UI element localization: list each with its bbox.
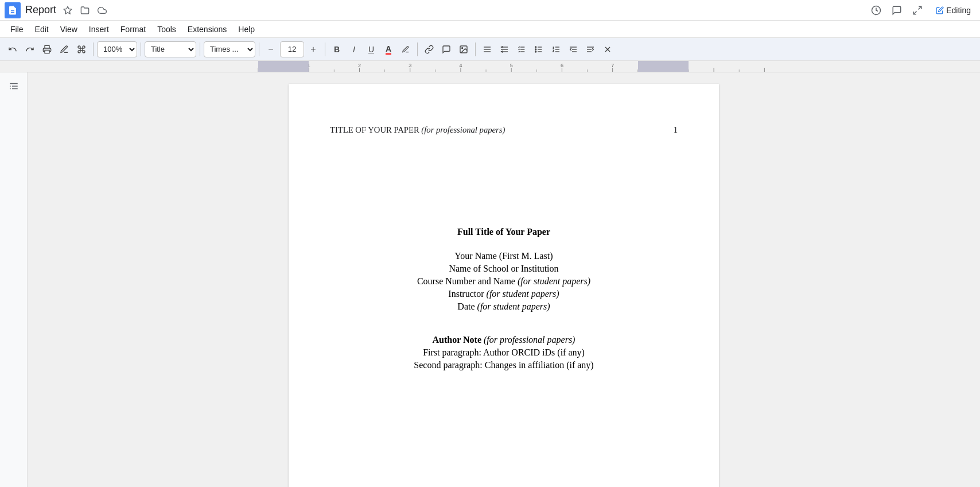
author-note-title: Author Note: [433, 335, 481, 345]
header-title-italic: (for professional papers): [421, 125, 505, 134]
menu-view[interactable]: View: [55, 22, 83, 36]
svg-point-21: [535, 47, 536, 48]
menu-tools[interactable]: Tools: [151, 22, 182, 36]
toolbar-sep-4: [259, 42, 259, 56]
main-area: TITLE OF YOUR PAPER (for professional pa…: [0, 72, 980, 487]
bold-button[interactable]: B: [329, 41, 345, 57]
date-line: Date (for student papers): [330, 302, 678, 312]
instructor-text: Instructor: [448, 289, 486, 299]
menu-format[interactable]: Format: [115, 22, 151, 36]
document-page[interactable]: TITLE OF YOUR PAPER (for professional pa…: [289, 84, 719, 487]
toolbar-sep-5: [325, 42, 325, 56]
font-select[interactable]: Times ...: [204, 41, 255, 57]
menu-insert[interactable]: Insert: [83, 22, 115, 36]
author-note-line-1: First paragraph: Author ORCID iDs (if an…: [330, 347, 678, 358]
date-text: Date: [457, 302, 477, 311]
decrease-font-button[interactable]: −: [263, 41, 279, 57]
comment-button[interactable]: [438, 41, 454, 57]
indent-decrease-button[interactable]: [565, 41, 581, 57]
highlight-button[interactable]: [398, 41, 414, 57]
menu-help[interactable]: Help: [232, 22, 260, 36]
indent-increase-button[interactable]: [582, 41, 598, 57]
undo-button[interactable]: [5, 41, 21, 57]
text-color-button[interactable]: A: [380, 41, 396, 57]
clear-formatting-button[interactable]: [600, 41, 616, 57]
author-info: Your Name (First M. Last) Name of School…: [330, 251, 678, 312]
course-line: Course Number and Name (for student pape…: [330, 276, 678, 287]
svg-line-4: [919, 6, 921, 9]
svg-point-22: [535, 49, 536, 50]
main-title[interactable]: Full Title of Your Paper: [330, 227, 678, 237]
underline-button[interactable]: U: [363, 41, 379, 57]
toolbar-sep-1: [93, 42, 94, 56]
header-page-number: 1: [674, 125, 678, 135]
menu-edit[interactable]: Edit: [29, 22, 55, 36]
history-icon[interactable]: [869, 3, 883, 17]
toolbar-sep-2: [141, 42, 141, 56]
author-note-title-line: Author Note (for professional papers): [330, 335, 678, 345]
svg-marker-2: [64, 6, 71, 14]
author-note-line-2: Second paragraph: Changes in affiliation…: [330, 360, 678, 370]
date-italic: (for student papers): [477, 302, 550, 311]
toolbar-sep-6: [417, 42, 418, 56]
course-text: Course Number and Name: [417, 276, 518, 286]
institution-line: Name of School or Institution: [330, 264, 678, 274]
folder-icon[interactable]: [78, 3, 92, 17]
instructor-line: Instructor (for student papers): [330, 289, 678, 299]
right-icons: Editing: [869, 3, 975, 17]
checklist-button[interactable]: [514, 41, 530, 57]
title-bar: Report Editing: [0, 0, 980, 21]
author-note-section: Author Note (for professional papers) Fi…: [330, 335, 678, 370]
bullet-list-button[interactable]: [531, 41, 547, 57]
menu-file[interactable]: File: [5, 22, 29, 36]
image-button[interactable]: [456, 41, 472, 57]
zoom-select[interactable]: 100%: [97, 41, 137, 57]
menu-bar: File Edit View Insert Format Tools Exten…: [0, 21, 980, 38]
left-sidebar: [0, 72, 28, 487]
instructor-italic: (for student papers): [487, 289, 559, 299]
star-icon[interactable]: [61, 3, 75, 17]
redo-button[interactable]: [22, 41, 38, 57]
institution: Name of School or Institution: [449, 264, 558, 273]
course-italic: (for student papers): [518, 276, 590, 286]
comments-icon[interactable]: [890, 3, 904, 17]
header-title: TITLE OF YOUR PAPER: [330, 125, 419, 134]
spellcheck-button[interactable]: [56, 41, 72, 57]
line-spacing-button[interactable]: [496, 41, 512, 57]
svg-point-23: [535, 51, 536, 52]
link-button[interactable]: [421, 41, 437, 57]
author-name-line: Your Name (First M. Last): [330, 251, 678, 261]
app-icon: [5, 2, 21, 18]
toolbar-sep-3: [200, 42, 200, 56]
document-area[interactable]: TITLE OF YOUR PAPER (for professional pa…: [28, 72, 980, 487]
toolbar: 100% Title Normal text Heading 1 Times .…: [0, 38, 980, 61]
document-title[interactable]: Report: [25, 4, 56, 16]
svg-line-5: [913, 11, 916, 14]
header-title-text: TITLE OF YOUR PAPER (for professional pa…: [330, 125, 505, 135]
toolbar-sep-7: [475, 42, 476, 56]
font-size-input[interactable]: [280, 41, 304, 57]
title-icons: [61, 3, 109, 17]
svg-rect-6: [45, 50, 49, 53]
document-header: TITLE OF YOUR PAPER (for professional pa…: [330, 125, 678, 135]
document-body[interactable]: Full Title of Your Paper Your Name (Firs…: [330, 227, 678, 370]
cloud-icon[interactable]: [95, 3, 109, 17]
print-button[interactable]: [39, 41, 55, 57]
menu-extensions[interactable]: Extensions: [182, 22, 232, 36]
author-note-title-italic: (for professional papers): [484, 335, 575, 345]
svg-point-8: [462, 47, 463, 48]
outline-button[interactable]: [5, 77, 23, 95]
expand-icon[interactable]: [911, 3, 924, 17]
editing-label: Editing: [946, 6, 971, 15]
author-name: Your Name (First M. Last): [454, 251, 553, 261]
ruler: [0, 61, 980, 72]
paint-format-button[interactable]: [73, 41, 90, 57]
align-button[interactable]: [479, 41, 495, 57]
italic-button[interactable]: I: [346, 41, 362, 57]
editing-button[interactable]: Editing: [931, 3, 975, 17]
increase-font-button[interactable]: +: [305, 41, 321, 57]
numbered-list-button[interactable]: [548, 41, 564, 57]
style-select[interactable]: Title Normal text Heading 1: [145, 41, 196, 57]
